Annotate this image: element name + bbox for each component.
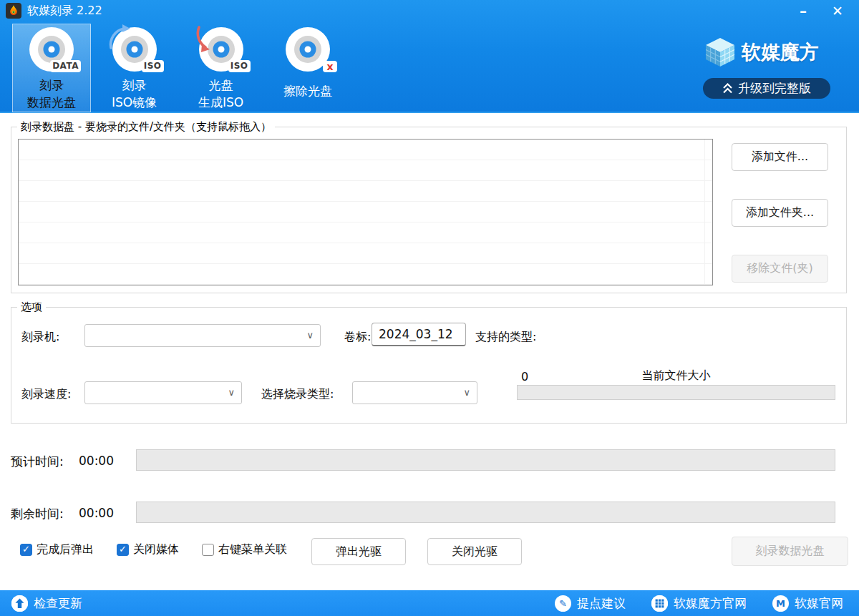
current-size-label: 当前文件大小 [517, 368, 835, 383]
ruanmei-site-item[interactable]: M 软媒官网 [772, 595, 843, 612]
app-flame-icon [6, 3, 21, 19]
toolbar-label-line2: ISO镜像 [112, 94, 157, 111]
red-cycle-arrow-icon [192, 24, 218, 54]
close-button[interactable]: ✕ [822, 0, 853, 21]
list-row [19, 223, 712, 243]
toolbar-button-disc-to-iso[interactable]: ISO 光盘 生成ISO [181, 24, 261, 112]
mofang-site-item[interactable]: 软媒魔方官网 [651, 595, 747, 612]
iso-disc-icon: ISO [198, 26, 245, 72]
chevron-down-icon: ∨ [306, 330, 314, 341]
burn-speed-select[interactable]: ∨ [84, 381, 242, 404]
checkbox-eject-after-complete[interactable]: 完成后弹出 [20, 542, 94, 557]
remaining-time-label: 剩余时间: [11, 506, 64, 522]
minimize-button[interactable]: – [787, 0, 819, 21]
toolbar-button-burn-data-disc[interactable]: DATA 刻录 数据光盘 [12, 24, 91, 112]
toolbar-button-burn-iso[interactable]: ISO 刻录 ISO镜像 [94, 24, 174, 112]
header: 软媒刻录 2.22 – ✕ DATA 刻录 数据光盘 [0, 0, 859, 113]
double-chevron-up-icon [722, 82, 733, 94]
check-update-item[interactable]: 检查更新 [11, 595, 82, 612]
blue-cycle-arrow-icon [105, 24, 131, 52]
list-row [19, 243, 712, 264]
checkbox-context-menu-assoc[interactable]: 右键菜单关联 [202, 542, 287, 557]
list-row [19, 264, 712, 285]
suggestion-item[interactable]: ✎ 提点建议 [555, 595, 626, 612]
toolbar-label-line2: 生成ISO [198, 94, 243, 111]
burner-label: 刻录机: [21, 330, 59, 345]
checkbox-label: 完成后弹出 [37, 542, 94, 557]
checkbox-box[interactable] [117, 544, 129, 556]
erase-disc-icon: x [284, 26, 331, 72]
upgrade-label: 升级到完整版 [738, 80, 811, 97]
checkbox-box[interactable] [202, 544, 214, 556]
suggestion-label: 提点建议 [577, 595, 626, 612]
remaining-progressbar [136, 502, 835, 523]
estimated-progressbar [136, 449, 835, 471]
iso-badge: ISO [142, 60, 164, 72]
list-column-divider [704, 140, 705, 285]
close-drive-button[interactable]: 关闭光驱 [427, 538, 522, 565]
window-title: 软媒刻录 2.22 [27, 3, 102, 19]
up-arrow-icon [11, 595, 28, 612]
statusbar-right: ✎ 提点建议 软媒魔方官网 M [555, 595, 843, 612]
options-group-legend: 选项 [17, 300, 46, 314]
list-row [19, 140, 712, 160]
file-group-legend: 刻录数据盘 - 要烧录的文件/文件夹（支持鼠标拖入） [17, 120, 275, 134]
volume-input[interactable] [372, 323, 466, 346]
toolbar-label-line1: 刻录 [27, 77, 76, 94]
burn-type-label: 选择烧录类型: [261, 387, 334, 402]
toolbar-button-erase-disc[interactable]: x 擦除光盘 [268, 24, 348, 112]
toolbar-label-line1: 光盘 [198, 77, 243, 94]
burn-speed-label: 刻录速度: [21, 387, 71, 402]
list-row [19, 202, 712, 223]
pencil-icon: ✎ [555, 595, 571, 612]
mofang-site-label: 软媒魔方官网 [674, 595, 747, 612]
app-window: 软媒刻录 2.22 – ✕ DATA 刻录 数据光盘 [0, 0, 859, 616]
chevron-down-icon: ∨ [463, 387, 470, 398]
add-folder-button[interactable]: 添加文件夹... [732, 199, 828, 227]
statusbar: 检查更新 ✎ 提点建议 软媒魔方官网 [0, 590, 859, 616]
estimated-time-value: 00:00 [79, 454, 114, 468]
chevron-down-icon: ∨ [228, 387, 235, 398]
burn-type-select[interactable]: ∨ [352, 381, 477, 404]
iso-badge: ISO [228, 60, 251, 72]
add-file-button[interactable]: 添加文件... [732, 143, 828, 171]
iso-disc-icon: ISO [111, 26, 158, 72]
erase-x-badge: x [323, 61, 337, 72]
volume-label: 卷标: [344, 330, 371, 345]
remove-file-button[interactable]: 移除文件(夹) [732, 255, 828, 283]
burner-select[interactable]: ∨ [84, 324, 321, 347]
checkbox-box[interactable] [20, 544, 32, 556]
m-logo-icon: M [772, 595, 789, 612]
checkbox-label: 关闭媒体 [133, 542, 179, 557]
brand-title: 软媒魔方 [742, 39, 819, 65]
file-list[interactable] [18, 139, 713, 285]
toolbar-label-line2: 数据光盘 [27, 94, 76, 111]
data-disc-icon: DATA [28, 26, 75, 72]
brand-logo: 软媒魔方 [704, 37, 819, 67]
supported-types-label: 支持的类型: [475, 330, 536, 345]
checkbox-close-media[interactable]: 关闭媒体 [117, 542, 179, 557]
cube-icon [704, 37, 736, 67]
checkbox-row: 完成后弹出 关闭媒体 右键菜单关联 [20, 542, 287, 557]
estimated-time-label: 预计时间: [11, 454, 64, 470]
ruanmei-site-label: 软媒官网 [795, 595, 843, 612]
eject-drive-button[interactable]: 弹出光驱 [311, 538, 406, 565]
data-badge: DATA [50, 60, 81, 72]
checkbox-label: 右键菜单关联 [218, 542, 287, 557]
grid-icon [651, 595, 668, 612]
check-update-label: 检查更新 [34, 595, 82, 612]
list-row [19, 181, 712, 202]
toolbar-label-line1: 擦除光盘 [283, 82, 332, 99]
toolbar-label-line1: 刻录 [112, 77, 157, 94]
remaining-time-value: 00:00 [79, 506, 114, 520]
list-row [19, 160, 712, 181]
options-group: 选项 [11, 300, 847, 424]
upgrade-button[interactable]: 升级到完整版 [703, 78, 830, 99]
burn-data-disc-button[interactable]: 刻录数据光盘 [732, 537, 848, 566]
size-progressbar [517, 385, 835, 400]
